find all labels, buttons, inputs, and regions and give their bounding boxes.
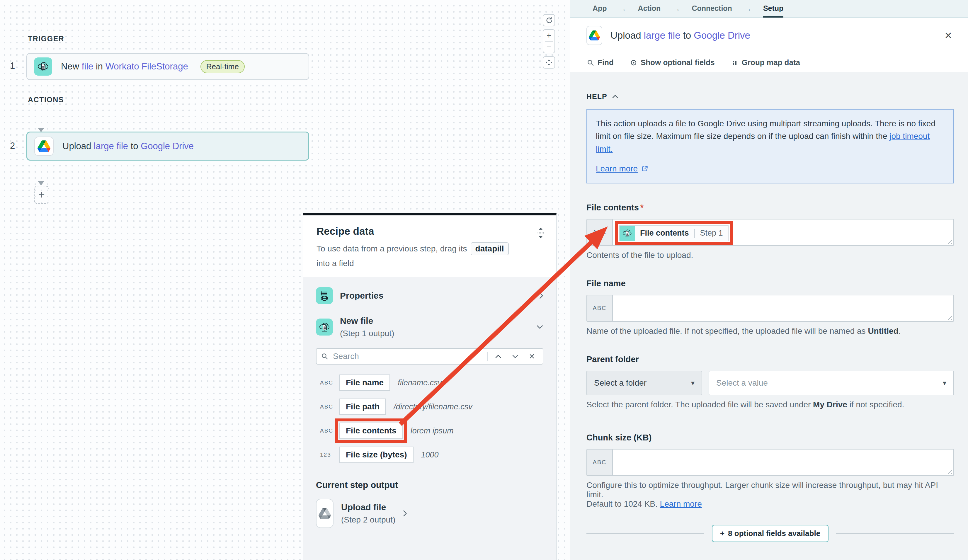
datapill-file-path[interactable]: File path [339,399,386,415]
title-link-app[interactable]: Google Drive [694,30,750,41]
action-link-largefile[interactable]: large file [94,141,128,151]
required-asterisk: * [640,203,643,212]
trigger-word: in [93,61,105,71]
file-contents-input[interactable]: File contents Step 1 [612,219,954,246]
field-type-prefix: ABC [587,295,612,322]
chevron-right-icon [403,510,407,517]
zoom-in-button[interactable]: + [543,30,554,41]
caret-down-icon: ▾ [943,379,946,387]
parent-folder-mode-select[interactable]: Select a folder ▾ [587,371,702,395]
connector-line [41,80,41,94]
optional-fields-button[interactable]: + 8 optional fields available [712,525,829,542]
workato-filestorage-icon [316,318,333,336]
step-number-1: 1 [10,61,15,71]
title-link-largefile[interactable]: large file [644,30,681,41]
help-section-toggle[interactable]: HELP [587,92,954,101]
panel-resize-handle[interactable] [537,227,545,240]
search-next-button[interactable] [509,355,522,358]
datapill-file-contents[interactable]: File contents [339,422,403,439]
learn-more-link[interactable]: Learn more [660,499,702,509]
add-step-button[interactable]: + [34,186,49,204]
datapill-type: ABC [320,404,336,410]
setup-form: HELP This action uploads a file to Googl… [570,92,968,542]
field-file-name: File name ABC Name of the uploaded file.… [587,279,954,336]
action-link-app[interactable]: Google Drive [141,141,194,151]
search-input[interactable] [332,351,483,361]
action-step-title: Upload large file to Google Drive [63,141,194,151]
pan-button[interactable] [543,56,555,69]
optional-fields-label: 8 optional fields available [728,529,820,538]
workato-filestorage-icon [34,58,52,76]
datapill-file-size[interactable]: File size (bytes) [339,447,414,463]
tab-connection[interactable]: Connection [692,0,732,17]
setup-tab-bar: App → Action → Connection → Setup [570,0,968,18]
trigger-section-label: TRIGGER [28,35,64,43]
datapill-row: ABC File name filename.csv [320,374,543,391]
upload-file-text: Upload file (Step 2 output) [341,502,395,525]
connector-line [41,161,41,181]
chunk-size-label: Chunk size (KB) [587,433,954,442]
reset-view-button[interactable] [543,14,555,27]
actions-section-label: ACTIONS [28,96,64,104]
zoom-control: + − [543,29,555,53]
find-button[interactable]: Find [587,58,614,67]
divider [487,352,488,361]
datapill-type: ABC [320,427,336,434]
group-map-data-button[interactable]: Group map data [731,58,800,67]
trigger-link-app[interactable]: Workato FileStorage [106,61,188,71]
action-step-card-selected[interactable]: Upload large file to Google Drive [27,132,309,161]
caret-down-icon: ▾ [691,379,695,387]
search-prev-button[interactable] [492,355,505,358]
file-name-description: Name of the uploaded file. If not specif… [587,326,954,336]
close-icon[interactable]: × [945,29,952,41]
parent-folder-description: Select the parent folder. The uploaded f… [587,400,954,409]
action-word: Upload [63,141,94,151]
properties-row[interactable]: Properties [316,287,543,304]
search-clear-button[interactable] [526,353,538,359]
file-contents-datapill[interactable]: File contents Step 1 [619,225,729,241]
upload-file-output-row[interactable]: Upload file (Step 2 output) [316,499,543,528]
datapill-row: 123 File size (bytes) 1000 [320,447,543,463]
annotation-highlight-box: File contents Step 1 [615,221,733,245]
tab-action[interactable]: Action [638,0,661,17]
google-drive-icon [587,26,602,45]
action-setup-panel: App → Action → Connection → Setup Upload… [570,0,968,560]
setup-title: Upload large file to Google Drive [610,30,937,41]
trigger-link-file[interactable]: file [82,61,93,71]
file-name-label: File name [587,279,954,288]
zoom-out-button[interactable]: − [543,41,554,53]
google-drive-icon [34,137,54,156]
datapill-label: File contents [635,229,694,238]
trigger-step-card[interactable]: New file in Workato FileStorage Real-tim… [27,53,309,80]
file-name-input[interactable] [612,295,954,322]
chunk-size-input[interactable] [612,449,954,476]
chevron-down-icon [536,325,543,329]
show-optional-fields-button[interactable]: Show optional fields [630,58,715,67]
properties-label: Properties [340,291,532,301]
recipe-data-panel: Recipe data To use data from a previous … [303,213,557,560]
new-file-text: New file (Step 1 output) [340,316,529,338]
chevron-up-icon [612,94,618,98]
real-time-badge: Real-time [201,60,245,73]
parent-folder-value-select[interactable]: Select a value ▾ [709,371,954,395]
reset-icon [545,17,552,24]
datapill-step: Step 1 [695,229,728,238]
datapill-file-name[interactable]: File name [339,374,390,391]
plus-icon: + [38,189,45,201]
resize-handle[interactable] [948,315,952,320]
current-step-output-header: Current step output [316,480,543,490]
datapill-type: ABC [320,379,336,386]
learn-more-link[interactable]: Learn more [596,162,638,175]
tab-setup[interactable]: Setup [763,0,783,17]
trigger-step-title: New file in Workato FileStorage [61,61,188,72]
divider [836,533,954,533]
tab-app[interactable]: App [593,0,607,17]
group-map-data-label: Group map data [742,58,800,67]
resize-handle[interactable] [948,239,952,244]
new-file-row[interactable]: New file (Step 1 output) [316,316,543,338]
datapill-example: filename.csv [398,378,442,388]
resize-handle[interactable] [948,469,952,474]
plus-icon: + [720,529,724,538]
search-icon [587,59,594,66]
field-type-prefix: ABC [587,219,612,246]
